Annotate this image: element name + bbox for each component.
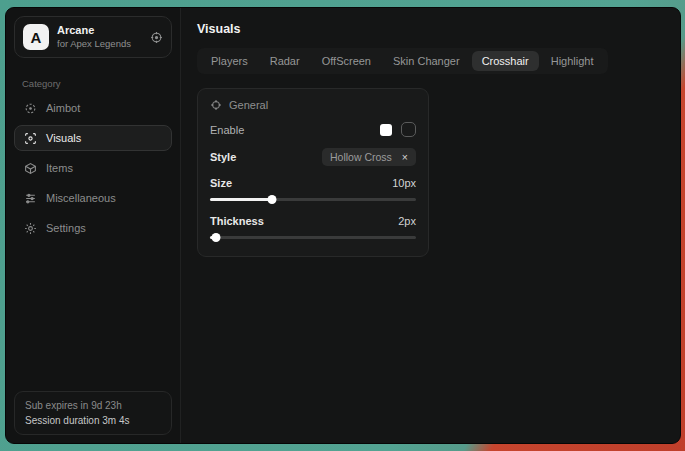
tab-bar: Players Radar OffScreen Skin Changer Cro…: [197, 48, 608, 74]
thickness-setting: Thickness 2px: [210, 215, 416, 242]
sidebar-item-items[interactable]: Items: [14, 155, 172, 181]
color-swatch[interactable]: [380, 124, 392, 136]
target-icon[interactable]: [150, 31, 163, 44]
page-title: Visuals: [181, 8, 680, 36]
sidebar-item-label: Visuals: [46, 132, 81, 144]
general-panel: General Enable Style Hollow Cross ×: [197, 88, 429, 257]
thickness-label: Thickness: [210, 215, 264, 227]
slider-track: [210, 236, 416, 239]
sidebar-item-aimbot[interactable]: Aimbot: [14, 95, 172, 121]
slider-thumb[interactable]: [267, 195, 276, 204]
category-label: Category: [22, 78, 164, 89]
sidebar-item-label: Settings: [46, 222, 86, 234]
size-label: Size: [210, 177, 232, 189]
size-value: 10px: [392, 177, 416, 189]
gear-icon: [24, 222, 37, 235]
style-value: Hollow Cross: [330, 151, 392, 163]
sliders-icon: [24, 192, 37, 205]
tab-skin-changer[interactable]: Skin Changer: [383, 51, 470, 71]
sub-expires-text: Sub expires in 9d 23h: [25, 400, 161, 411]
sidebar-item-label: Miscellaneous: [46, 192, 116, 204]
brand-text: Arcane for Apex Legends: [57, 24, 142, 50]
style-row: Style Hollow Cross ×: [210, 148, 416, 166]
sidebar-item-settings[interactable]: Settings: [14, 215, 172, 241]
sidebar-nav: Aimbot Visuals: [6, 95, 180, 241]
crosshair-icon: [210, 99, 222, 111]
crosshair-dashed-icon: [24, 102, 37, 115]
style-label: Style: [210, 151, 236, 163]
style-select[interactable]: Hollow Cross ×: [322, 148, 416, 166]
panel-header: General: [210, 99, 416, 111]
tab-offscreen[interactable]: OffScreen: [312, 51, 381, 71]
sidebar-item-label: Aimbot: [46, 102, 80, 114]
app-logo: A: [23, 24, 49, 50]
app-window: A Arcane for Apex Legends Category: [5, 7, 681, 444]
tab-radar[interactable]: Radar: [260, 51, 310, 71]
enable-checkbox[interactable]: [401, 122, 416, 137]
clear-style-icon[interactable]: ×: [402, 151, 408, 163]
sidebar: A Arcane for Apex Legends Category: [6, 8, 181, 443]
subscription-card: Sub expires in 9d 23h Session duration 3…: [14, 391, 172, 435]
slider-thumb[interactable]: [212, 233, 221, 242]
brand-card: A Arcane for Apex Legends: [14, 16, 172, 58]
size-setting: Size 10px: [210, 177, 416, 204]
size-slider[interactable]: [210, 195, 416, 204]
desktop-wallpaper: A Arcane for Apex Legends Category: [0, 0, 685, 451]
thickness-slider[interactable]: [210, 233, 416, 242]
enable-label: Enable: [210, 124, 244, 136]
thickness-value: 2px: [398, 215, 416, 227]
scan-eye-icon: [24, 132, 37, 145]
sidebar-item-visuals[interactable]: Visuals: [14, 125, 172, 151]
panel-title: General: [229, 99, 268, 111]
enable-row: Enable: [210, 122, 416, 137]
brand-title: Arcane: [57, 24, 142, 38]
session-duration-text: Session duration 3m 4s: [25, 415, 161, 426]
tab-players[interactable]: Players: [201, 51, 258, 71]
package-icon: [24, 162, 37, 175]
tab-highlight[interactable]: Highlight: [541, 51, 604, 71]
slider-fill: [210, 198, 272, 201]
brand-subtitle: for Apex Legends: [57, 38, 142, 50]
main-content: Visuals Players Radar OffScreen Skin Cha…: [181, 8, 680, 443]
tab-crosshair[interactable]: Crosshair: [472, 51, 539, 71]
sidebar-item-miscellaneous[interactable]: Miscellaneous: [14, 185, 172, 211]
sidebar-item-label: Items: [46, 162, 73, 174]
